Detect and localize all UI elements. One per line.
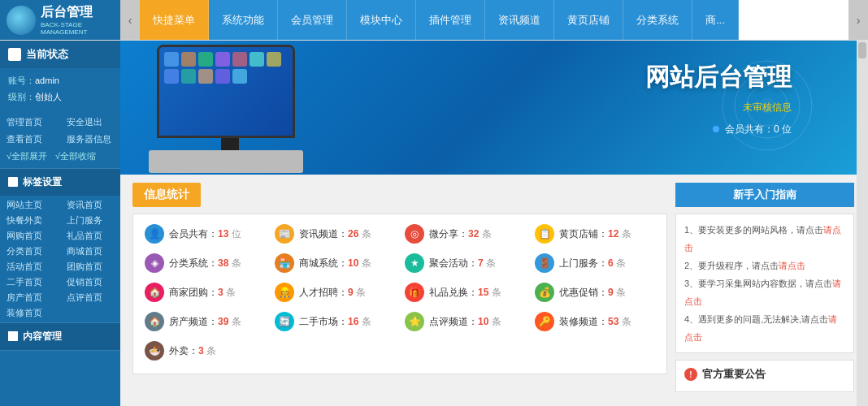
expand-row: √全部展开 √全部收缩	[0, 148, 120, 165]
tag-item-6-1[interactable]: 点评首页	[60, 290, 120, 305]
sidebar-content-section: 内容管理	[0, 323, 120, 351]
link-admin-home[interactable]: 管理首页	[0, 114, 60, 131]
tag-row-1: 快餐外卖 上门服务	[0, 213, 120, 228]
main-layout: 当前状态 账号： admin 级别： 创始人 管理首页 安全退出 查看首页	[0, 41, 868, 406]
nav-tabs: 快捷菜单 系统功能 会员管理 模块中心 插件管理 资讯频道 黄页店铺 分类系统	[140, 0, 848, 40]
logo-sub-text: BACK-STAGE MANAGEMENT	[41, 21, 114, 36]
link-row-1: 管理首页 安全退出	[0, 114, 120, 131]
tag-item-1-0[interactable]: 快餐外卖	[0, 213, 60, 228]
link-view-home[interactable]: 查看首页	[0, 131, 60, 148]
stats-item-share: ◎ 微分享：32 条	[400, 221, 530, 247]
scrollbar[interactable]	[857, 41, 868, 406]
collapse-all[interactable]: √全部收缩	[55, 150, 96, 162]
tag-item-5-0[interactable]: 二手首页	[0, 274, 60, 290]
guide-title: 新手入门指南	[675, 183, 854, 207]
guide-link-1[interactable]: 请点击	[779, 261, 805, 270]
tab-yellow-page[interactable]: 黄页店铺	[554, 0, 623, 40]
stats-item-takeout: 🍜 外卖：3 条	[140, 338, 660, 364]
yellow-icon: 📋	[535, 224, 554, 244]
tag-item-2-1[interactable]: 礼品首页	[60, 228, 120, 244]
sidebar-tag-items: 网站主页 资讯首页 快餐外卖 上门服务 网购首页 礼品首页 分类首页 商城首页 …	[0, 196, 120, 322]
stats-item-second: 🔄 二手市场：16 条	[270, 309, 400, 335]
tag-item-0-0[interactable]: 网站主页	[0, 197, 60, 213]
tag-icon	[8, 177, 18, 187]
party-icon: ★	[405, 253, 424, 273]
scrollbar-thumb[interactable]	[858, 42, 866, 58]
news-icon: 📰	[275, 224, 294, 244]
stats-main: 信息统计 👤 会员共有：13 位 📰 资讯频道：26 条 ◎	[132, 183, 667, 392]
guide-item-3: 4、遇到更多的问题,无法解决,请点击请点击	[684, 310, 845, 346]
sidebar-content-title[interactable]: 内容管理	[0, 323, 120, 350]
stats-row-2: 🏠 商家团购：3 条 👷 人才招聘：9 条 🎁 礼品兑换：15 条 �	[140, 279, 660, 305]
logo-icon	[7, 6, 36, 35]
banner-title-area: 网站后台管理 未审核信息 会员共有：0 位	[645, 61, 792, 136]
banner-title: 网站后台管理	[645, 61, 792, 94]
account-row: 账号： admin	[8, 73, 112, 89]
review-icon: ⭐	[405, 312, 424, 331]
nav-next-button[interactable]: ›	[848, 0, 868, 40]
stats-item-gift: 🎁 礼品兑换：15 条	[400, 279, 530, 305]
guide-notice-title: ! 官方重要公告	[684, 367, 845, 382]
stats-item-promo: 💰 优惠促销：9 条	[530, 279, 660, 305]
merchant-icon: 🏠	[145, 283, 164, 302]
tag-item-2-0[interactable]: 网购首页	[0, 228, 60, 244]
tag-row-5: 二手首页 促销首页	[0, 274, 120, 290]
guide-item-1: 2、要升级程序，请点击请点击	[684, 257, 845, 274]
logo-text: 后台管理 BACK-STAGE MANAGEMENT	[41, 4, 114, 36]
link-logout[interactable]: 安全退出	[60, 114, 120, 131]
gift-icon: 🎁	[405, 283, 424, 302]
tag-item-7-0[interactable]: 装修首页	[0, 305, 120, 321]
stats-item-category: ◈ 分类系统：38 条	[140, 250, 270, 276]
tab-news[interactable]: 资讯频道	[485, 0, 554, 40]
tab-quick-menu[interactable]: 快捷菜单	[140, 0, 209, 40]
takeout-icon: 🍜	[145, 341, 164, 361]
sidebar-links: 管理首页 安全退出 查看首页 服务器信息 √全部展开 √全部收缩	[0, 110, 120, 168]
tag-item-1-1[interactable]: 上门服务	[60, 213, 120, 228]
tag-item-3-1[interactable]: 商城首页	[60, 244, 120, 259]
tag-row-7: 装修首页	[0, 305, 120, 321]
tag-item-6-0[interactable]: 房产首页	[0, 290, 60, 305]
tag-item-4-1[interactable]: 团购首页	[60, 259, 120, 274]
notice-icon: !	[684, 368, 697, 381]
tag-item-3-0[interactable]: 分类首页	[0, 244, 60, 259]
nav-prev-button[interactable]: ‹	[120, 0, 140, 40]
tag-row-2: 网购首页 礼品首页	[0, 228, 120, 244]
sidebar-account-info: 账号： admin 级别： 创始人	[0, 68, 120, 110]
logo-main-text: 后台管理	[41, 4, 114, 21]
banner-dot	[713, 126, 719, 132]
stats-row-3: 🏠 房产频道：39 条 🔄 二手市场：16 条 ⭐ 点评频道：10 条	[140, 309, 660, 335]
tag-item-5-1[interactable]: 促销首页	[60, 274, 120, 290]
tag-item-0-1[interactable]: 资讯首页	[60, 197, 120, 213]
guide-notice: ! 官方重要公告	[675, 360, 854, 392]
link-server-info[interactable]: 服务器信息	[60, 131, 120, 148]
tag-row-0: 网站主页 资讯首页	[0, 197, 120, 213]
stats-item-decor: 🔑 装修频道：53 条	[530, 309, 660, 335]
sidebar-tag-title[interactable]: 标签设置	[0, 169, 120, 196]
header: 后台管理 BACK-STAGE MANAGEMENT ‹ 快捷菜单 系统功能 会…	[0, 0, 868, 41]
tab-system[interactable]: 系统功能	[209, 0, 278, 40]
logo-area: 后台管理 BACK-STAGE MANAGEMENT	[0, 0, 120, 40]
stats-row-4: 🍜 外卖：3 条	[140, 338, 660, 364]
stats-item-party: ★ 聚会活动：7 条	[400, 250, 530, 276]
tag-row-4: 活动首页 团购首页	[0, 259, 120, 274]
share-icon: ◎	[405, 224, 424, 244]
guide-item-2: 3、要学习采集网站内容数据，请点击请点击	[684, 274, 845, 310]
guide-item-0: 1、要安装更多的网站风格，请点击请点击	[684, 221, 845, 257]
tab-category[interactable]: 分类系统	[623, 0, 692, 40]
tab-member[interactable]: 会员管理	[278, 0, 347, 40]
sidebar-status-title: 当前状态	[0, 41, 120, 68]
tab-module[interactable]: 模块中心	[347, 0, 416, 40]
tag-item-4-0[interactable]: 活动首页	[0, 259, 60, 274]
nav-area: ‹ 快捷菜单 系统功能 会员管理 模块中心 插件管理 资讯频道 黄页店铺	[120, 0, 868, 40]
tab-plugin[interactable]: 插件管理	[416, 0, 485, 40]
mall-icon: 🏪	[275, 253, 294, 273]
expand-all[interactable]: √全部展开	[7, 150, 47, 162]
level-row: 级别： 创始人	[8, 89, 112, 106]
tab-more[interactable]: 商...	[692, 0, 739, 40]
stats-item-review: ⭐ 点评频道：10 条	[400, 309, 530, 335]
stats-item-mall: 🏪 商城系统：10 条	[270, 250, 400, 276]
banner: 网站后台管理 未审核信息 会员共有：0 位	[120, 41, 857, 175]
guide-content: 1、要安装更多的网站风格，请点击请点击 2、要升级程序，请点击请点击 3、要学习…	[675, 214, 854, 353]
second-icon: 🔄	[275, 312, 294, 331]
tag-row-6: 房产首页 点评首页	[0, 290, 120, 305]
